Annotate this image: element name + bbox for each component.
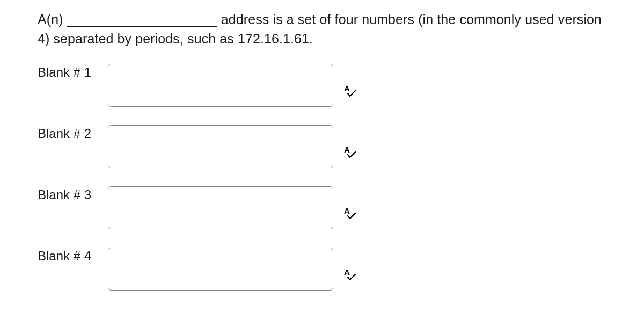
blank-row: Blank # 2 A [38, 125, 606, 168]
question-text: A(n) ____________________ address is a s… [38, 10, 606, 49]
blank-input-2[interactable] [108, 125, 333, 168]
blank-label-4: Blank # 4 [38, 248, 98, 264]
blank-row: Blank # 1 A [38, 64, 606, 107]
spellcheck-icon[interactable]: A [343, 147, 356, 159]
blank-row: Blank # 3 A [38, 186, 606, 229]
spellcheck-icon[interactable]: A [343, 269, 356, 282]
blank-label-1: Blank # 1 [38, 64, 98, 81]
blank-input-4[interactable] [108, 248, 333, 291]
spellcheck-icon[interactable]: A [343, 85, 356, 98]
spellcheck-icon[interactable]: A [343, 208, 356, 221]
question-container: A(n) ____________________ address is a s… [0, 0, 644, 301]
blank-input-3[interactable] [108, 186, 333, 229]
blank-row: Blank # 4 A [38, 248, 606, 291]
blank-label-2: Blank # 2 [38, 125, 98, 142]
blanks-list: Blank # 1 A Blank # 2 A Blank # 3 A [38, 64, 606, 291]
blank-label-3: Blank # 3 [38, 186, 98, 203]
blank-input-1[interactable] [108, 64, 333, 107]
